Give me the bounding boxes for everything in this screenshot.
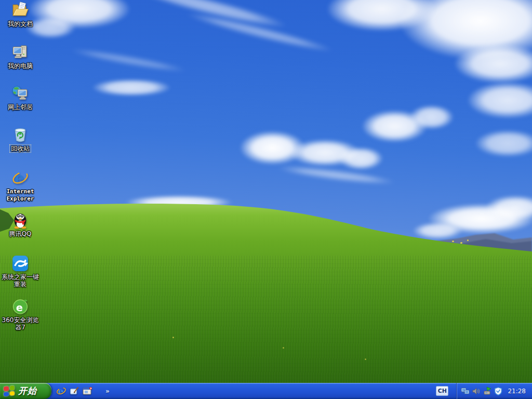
icon-label: 360安全浏览器7: [1, 316, 40, 331]
desktop-icon-tencent-qq[interactable]: 腾讯QQ: [1, 211, 40, 237]
bliss-wallpaper-hill: [0, 0, 532, 399]
security-shield-icon[interactable]: [494, 387, 503, 396]
icon-label: 回收站: [10, 145, 31, 152]
network-icon[interactable]: [461, 387, 470, 396]
start-button[interactable]: 开始: [0, 383, 51, 399]
desktop-icon-internet-explorer[interactable]: e Internet Explorer: [1, 169, 40, 203]
system-tray: 21:28: [456, 383, 532, 399]
desktop-icon-column: 我的文档 我的电脑: [0, 0, 47, 364]
show-desktop-icon[interactable]: [69, 386, 79, 396]
desktop-screen: 我的文档 我的电脑: [0, 0, 532, 399]
start-button-label: 开始: [18, 385, 37, 397]
ie-blue-e-icon: e: [11, 169, 29, 187]
open-folder-document-icon: [11, 2, 29, 19]
icon-label: 网上邻居: [7, 103, 34, 111]
taskbar-right: CH: [436, 383, 532, 399]
desktop-icon-recycle-bin[interactable]: 回收站: [1, 126, 40, 152]
svg-text:e: e: [15, 169, 24, 187]
recycle-bin-icon: [11, 126, 29, 144]
svg-text:e: e: [58, 386, 64, 396]
volume-icon[interactable]: [472, 387, 481, 396]
desktop-icon-system-home-reinstall[interactable]: 系统之家一键重装: [1, 255, 40, 288]
media-player-icon[interactable]: [82, 386, 92, 396]
icon-label: 系统之家一键重装: [1, 273, 40, 288]
quick-launch-toolbar: e »: [56, 386, 110, 396]
globe-monitor-icon: [11, 85, 29, 102]
language-indicator[interactable]: CH: [436, 386, 448, 396]
windows-logo-icon: [4, 385, 15, 397]
computer-monitor-tower-icon: [11, 44, 29, 61]
icon-label: 我的文档: [7, 20, 34, 28]
blue-swoosh-app-icon: [11, 255, 29, 272]
desktop-icon-my-computer[interactable]: 我的电脑: [1, 44, 40, 70]
desktop-icon-360-safe-browser[interactable]: e 360安全浏览器7: [1, 298, 40, 331]
green-e-browser-icon: e: [11, 298, 29, 315]
svg-text:e: e: [16, 302, 23, 314]
desktop-icon-my-documents[interactable]: 我的文档: [1, 2, 40, 28]
taskbar-clock[interactable]: 21:28: [508, 388, 528, 395]
ie-icon[interactable]: e: [56, 386, 66, 396]
qq-penguin-icon: [11, 211, 29, 229]
quick-launch-overflow-chevron[interactable]: »: [105, 388, 110, 395]
icon-label: 我的电脑: [7, 62, 34, 70]
icon-label: Internet Explorer: [1, 188, 40, 203]
taskbar: 开始 e » CH: [0, 383, 532, 399]
desktop-icon-network-places[interactable]: 网上邻居: [1, 85, 40, 111]
safely-remove-hardware-icon[interactable]: [483, 387, 492, 396]
icon-label: 腾讯QQ: [8, 230, 33, 237]
